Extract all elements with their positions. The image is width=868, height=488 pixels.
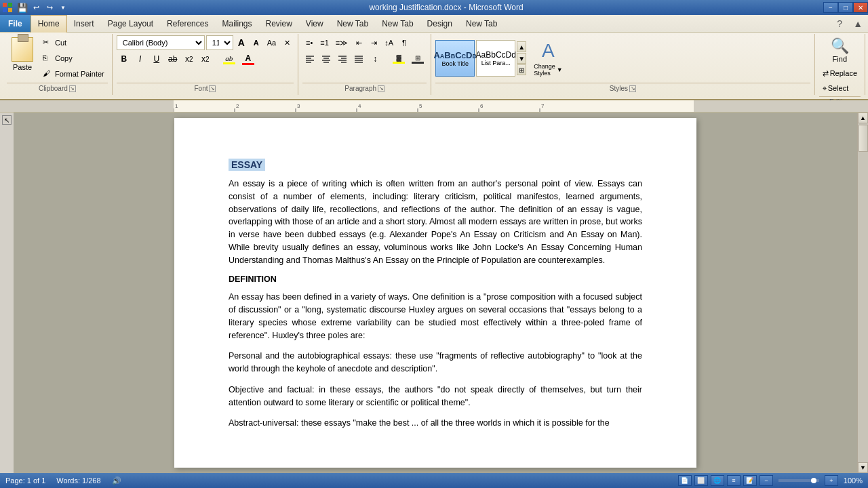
select-button[interactable]: ⌖ Select <box>819 81 861 95</box>
align-right-button[interactable] <box>335 52 350 66</box>
select-icon: ⌖ <box>823 84 827 93</box>
align-center-button[interactable] <box>319 52 334 66</box>
styles-expand-icon[interactable]: ↘ <box>629 85 636 92</box>
menu-home[interactable]: Home <box>31 15 67 33</box>
style-book-title[interactable]: AaBbCcDd Book Title <box>435 40 475 77</box>
change-styles-button[interactable]: A ChangeStyles ▼ <box>528 38 568 79</box>
font-label: Font <box>194 85 208 92</box>
essay-title: ESSAY <box>229 159 265 171</box>
format-painter-icon: 🖌 <box>43 69 52 79</box>
superscript-button[interactable]: x2 <box>198 52 213 66</box>
subscript-button[interactable]: x2 <box>182 52 197 66</box>
sort-button[interactable]: ↕A <box>382 35 396 50</box>
font-name-select[interactable]: Calibri (Body) <box>117 35 205 50</box>
paragraph-expand-icon[interactable]: ↘ <box>378 85 384 92</box>
paste-button[interactable]: Paste <box>7 35 38 73</box>
close-button[interactable]: ✕ <box>853 2 868 13</box>
align-left-button[interactable] <box>302 52 317 66</box>
svg-rect-1 <box>8 3 12 7</box>
menu-view[interactable]: View <box>299 15 330 32</box>
find-button[interactable]: 🔍 Find <box>819 35 861 65</box>
help-icon[interactable]: ? <box>831 15 848 32</box>
maximize-button[interactable]: □ <box>838 2 853 13</box>
view-draft-button[interactable]: 📝 <box>743 475 757 486</box>
menu-review[interactable]: Review <box>258 15 298 32</box>
menu-references[interactable]: References <box>160 15 215 32</box>
window-title: working Justification.docx - Microsoft W… <box>69 3 823 12</box>
menu-mailings[interactable]: Mailings <box>215 15 258 32</box>
view-fullscreen-button[interactable]: ⬜ <box>694 475 708 486</box>
menu-newtab1[interactable]: New Tab <box>330 15 375 32</box>
decrease-indent-button[interactable]: ⇤ <box>352 35 366 50</box>
scroll-thumb[interactable] <box>859 125 868 152</box>
font-size-select[interactable]: 11 <box>206 35 233 50</box>
status-bar: Page: 1 of 1 Words: 1/268 🔊 📄 ⬜ 🌐 ≡ 📝 − … <box>0 473 868 488</box>
underline-button[interactable]: U <box>149 52 164 66</box>
justify-button[interactable] <box>351 52 366 66</box>
zoom-slider[interactable] <box>778 479 819 482</box>
menu-file[interactable]: File <box>0 15 31 32</box>
view-web-button[interactable]: 🌐 <box>711 475 724 486</box>
scroll-up-button[interactable]: ▲ <box>858 113 868 123</box>
clipboard-expand-icon[interactable]: ↘ <box>69 85 76 92</box>
find-icon: 🔍 <box>831 37 849 55</box>
font-shrink-button[interactable]: A <box>250 35 263 50</box>
styles-more-button[interactable]: ⊞ <box>517 64 526 75</box>
svg-text:5: 5 <box>419 103 422 109</box>
save-qa-button[interactable]: 💾 <box>16 2 28 13</box>
minimize-button[interactable]: − <box>823 2 838 13</box>
paragraph-4: Objective and factual: in these essays, … <box>229 384 642 409</box>
menu-design[interactable]: Design <box>420 15 459 32</box>
qa-dropdown-button[interactable]: ▼ <box>57 2 69 13</box>
left-tool-select[interactable]: ↖ <box>2 115 12 125</box>
menu-newtab2[interactable]: New Tab <box>375 15 420 32</box>
numbering-button[interactable]: ≡1 <box>317 35 332 50</box>
minimize-ribbon-button[interactable]: ▲ <box>848 15 868 32</box>
change-case-button[interactable]: Aa <box>264 35 279 50</box>
borders-button[interactable]: ⊞ <box>409 52 427 66</box>
clipboard-label: Clipboard <box>39 85 68 92</box>
format-painter-label: Format Painter <box>55 70 104 78</box>
undo-qa-button[interactable]: ↩ <box>30 2 42 13</box>
zoom-in-button[interactable]: + <box>825 475 838 486</box>
menu-insert[interactable]: Insert <box>67 15 101 32</box>
bold-button[interactable]: B <box>117 52 132 66</box>
menu-page-layout[interactable]: Page Layout <box>101 15 160 32</box>
cut-button[interactable]: ✂ Cut <box>39 35 108 50</box>
format-painter-button[interactable]: 🖌 Format Painter <box>39 66 108 81</box>
styles-group: AaBbCcDd Book Title AaBbCcDd List Para..… <box>431 34 814 95</box>
menu-newtab3[interactable]: New Tab <box>459 15 504 32</box>
style-list-para[interactable]: AaBbCcDd List Para... <box>476 40 515 77</box>
editing-group: 🔍 Find ⇄ Replace ⌖ Select Editing <box>815 34 865 95</box>
shading-button[interactable]: ▓ <box>390 52 408 66</box>
styles-scroll-down-button[interactable]: ▼ <box>517 53 526 64</box>
replace-button[interactable]: ⇄ Replace <box>819 66 861 80</box>
paragraph-2: An essay has been defined in a variety o… <box>229 291 642 342</box>
copy-icon: ⎘ <box>43 54 52 63</box>
zoom-out-button[interactable]: − <box>760 475 773 486</box>
scroll-down-button[interactable]: ▼ <box>858 462 868 473</box>
styles-scroll-up-button[interactable]: ▲ <box>517 41 526 52</box>
svg-text:1: 1 <box>175 103 178 109</box>
italic-button[interactable]: I <box>133 52 148 66</box>
office-icon[interactable] <box>0 0 15 15</box>
increase-indent-button[interactable]: ⇥ <box>367 35 380 50</box>
font-color-button[interactable]: A <box>239 52 257 66</box>
clear-format-button[interactable]: ✕ <box>280 35 294 50</box>
document-page[interactable]: ESSAY An essay is a piece of writing whi… <box>174 118 696 468</box>
line-spacing-button[interactable]: ↕ <box>368 52 382 66</box>
multilevel-button[interactable]: ≡≫ <box>333 35 351 50</box>
redo-qa-button[interactable]: ↪ <box>43 2 56 13</box>
copy-button[interactable]: ⎘ Copy <box>39 51 108 66</box>
show-para-button[interactable]: ¶ <box>397 35 411 50</box>
font-expand-icon[interactable]: ↘ <box>209 85 216 92</box>
style-list-para-preview: AaBbCcDd <box>476 50 516 60</box>
font-grow-button[interactable]: A <box>235 35 248 50</box>
view-outline-button[interactable]: ≡ <box>727 475 741 486</box>
strikethrough-button[interactable]: ab <box>165 52 180 66</box>
replace-icon: ⇄ <box>823 69 829 78</box>
quick-access-toolbar: 💾 ↩ ↪ ▼ <box>16 2 69 13</box>
text-highlight-button[interactable]: ab <box>220 52 238 66</box>
view-print-button[interactable]: 📄 <box>678 475 692 486</box>
bullets-button[interactable]: ≡• <box>302 35 316 50</box>
